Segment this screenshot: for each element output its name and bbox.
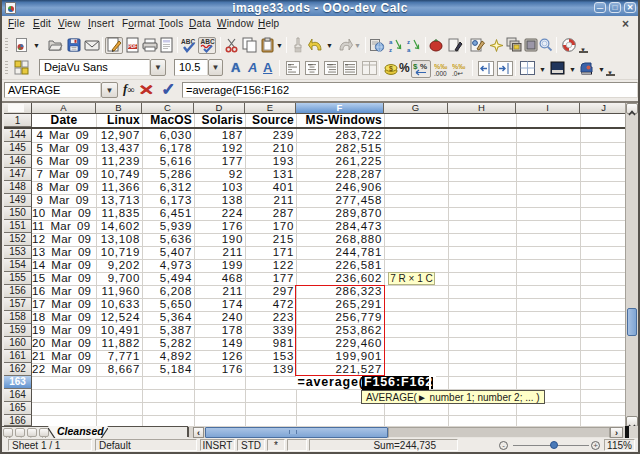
svg-text:%‰: %‰ <box>452 63 465 70</box>
svg-text:z: z <box>407 39 410 45</box>
svg-text:z: z <box>389 47 392 53</box>
svg-text:a: a <box>407 47 411 53</box>
svg-text:.000: .000 <box>434 70 447 77</box>
svg-text:ABC: ABC <box>201 38 215 45</box>
svg-text:a: a <box>389 39 393 45</box>
svg-text:$: $ <box>389 65 393 73</box>
svg-text:.0↩: .0↩ <box>452 70 463 77</box>
svg-text:$: $ <box>413 62 418 71</box>
svg-text:%: % <box>420 62 427 71</box>
svg-text:%‰: %‰ <box>434 63 447 70</box>
svg-text:PDF: PDF <box>128 44 137 49</box>
